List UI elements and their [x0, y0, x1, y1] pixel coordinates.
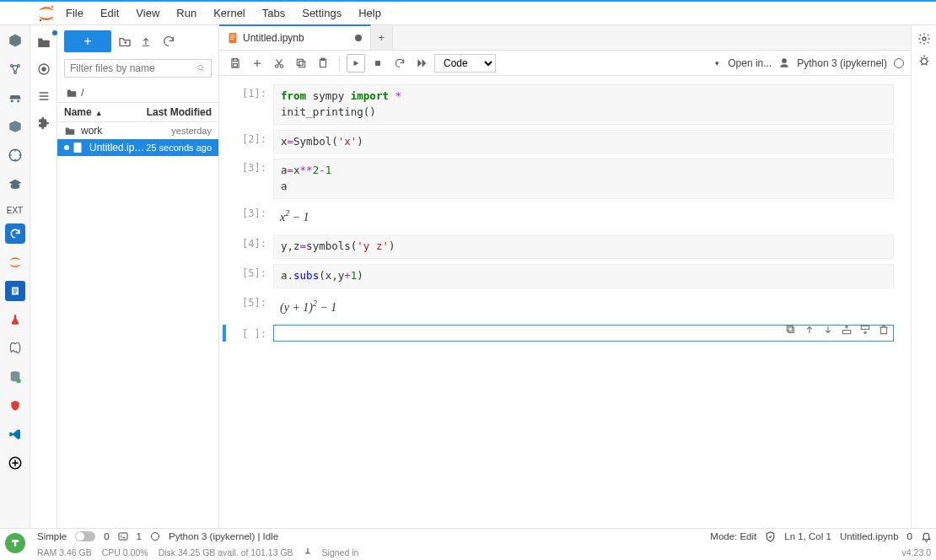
cell-input[interactable]: from sympy import * init_printing(): [273, 84, 894, 125]
cut-icon[interactable]: [270, 54, 288, 73]
filter-input[interactable]: [70, 62, 196, 74]
cell-prompt: [ ]:: [228, 325, 273, 342]
launcher-box-icon[interactable]: [5, 116, 25, 137]
paste-icon[interactable]: [314, 54, 332, 73]
launcher-cube-icon[interactable]: [5, 30, 25, 51]
running-icon[interactable]: [35, 61, 52, 78]
insert-above-icon[interactable]: [840, 323, 853, 337]
settings-icon[interactable]: [917, 32, 931, 46]
right-sidebar: [911, 25, 936, 528]
cursor-pos-label[interactable]: Ln 1, Col 1: [784, 531, 831, 541]
save-icon[interactable]: [226, 54, 245, 73]
menu-settings[interactable]: Settings: [293, 2, 350, 25]
launcher-shield-icon[interactable]: [5, 396, 25, 416]
code-cell[interactable]: [2]:x=Symbol('x'): [228, 130, 894, 154]
file-browser: + / Name▲ Last Modified workyesterdayUnt…: [57, 25, 219, 528]
code-cell[interactable]: [ ]:: [228, 325, 894, 342]
terminals-count[interactable]: 0: [104, 531, 109, 541]
cell-input[interactable]: x=Symbol('x'): [273, 130, 894, 154]
tab-dirty-icon[interactable]: [355, 35, 362, 41]
move-up-icon[interactable]: [803, 323, 816, 337]
launcher-jupyter-icon[interactable]: [5, 252, 25, 272]
launcher-compass-icon[interactable]: [5, 145, 25, 165]
add-tab-button[interactable]: +: [371, 25, 393, 50]
svg-rect-33: [788, 327, 793, 332]
menu-file[interactable]: File: [57, 2, 92, 25]
code-cell[interactable]: [5]:a.subs(x,y+1): [228, 264, 894, 288]
copy-icon[interactable]: [292, 54, 310, 73]
launcher-car-icon[interactable]: [5, 88, 25, 108]
bottom-launch-icon[interactable]: [5, 533, 25, 553]
bell-icon[interactable]: [921, 531, 931, 541]
simple-toggle[interactable]: [75, 531, 95, 541]
menu-tabs[interactable]: Tabs: [254, 2, 293, 25]
svg-point-0: [51, 6, 54, 8]
svg-rect-10: [13, 289, 17, 290]
cell-input[interactable]: y,z=symbols('y z'): [273, 234, 894, 259]
trusted-status-icon[interactable]: [765, 531, 776, 542]
launcher-vscode-icon[interactable]: [5, 424, 25, 444]
svg-rect-25: [234, 63, 238, 67]
launcher-lab-icon[interactable]: [5, 310, 25, 330]
launcher-doc-icon[interactable]: [5, 281, 25, 301]
col-name-label[interactable]: Name: [64, 106, 92, 118]
kernel-status-label[interactable]: Python 3 (ipykernel) | Idle: [169, 531, 278, 541]
toc-icon[interactable]: [35, 88, 52, 105]
code-cell[interactable]: [3]:a=x**2-1 a: [228, 159, 894, 199]
open-in-label[interactable]: Open in...: [728, 57, 772, 69]
duplicate-icon[interactable]: [784, 323, 798, 337]
kernels-count[interactable]: 1: [137, 531, 142, 541]
tab-label: Untitled.ipynb: [243, 32, 304, 44]
kernel-name-label[interactable]: Python 3 (ipykernel): [797, 57, 887, 69]
folder-icon: [66, 88, 78, 98]
move-down-icon[interactable]: [821, 323, 835, 337]
upload-icon[interactable]: [140, 35, 155, 48]
menu-run[interactable]: Run: [168, 2, 205, 25]
mode-label[interactable]: Mode: Edit: [710, 531, 756, 541]
menu-help[interactable]: Help: [350, 2, 390, 25]
cpu-label: CPU 0.00%: [102, 547, 148, 557]
file-row[interactable]: workyesterday: [57, 122, 218, 139]
insert-below-icon[interactable]: [858, 323, 872, 337]
cell-input[interactable]: a=x**2-1 a: [273, 159, 894, 199]
tab-untitled[interactable]: Untitled.ipynb: [219, 24, 371, 50]
folder-icon: [64, 126, 78, 136]
breadcrumb[interactable]: /: [57, 83, 218, 102]
caret-down-icon: ▾: [715, 59, 719, 67]
new-launcher-button[interactable]: +: [64, 30, 111, 52]
delete-icon[interactable]: [877, 323, 890, 337]
restart-icon[interactable]: [390, 54, 409, 73]
svg-point-18: [198, 65, 203, 70]
launcher-postgres-icon[interactable]: [5, 338, 25, 358]
run-all-icon[interactable]: [412, 54, 431, 73]
launcher-db-icon[interactable]: [5, 367, 25, 387]
col-modified-label[interactable]: Last Modified: [147, 106, 212, 118]
status-file-label[interactable]: Untitled.ipynb: [840, 531, 899, 541]
new-folder-icon[interactable]: [118, 35, 133, 47]
code-cell[interactable]: [4]:y,z=symbols('y z'): [228, 234, 894, 259]
launcher-education-icon[interactable]: [5, 174, 25, 194]
file-row[interactable]: Untitled.ip…25 seconds ago: [57, 139, 218, 156]
trusted-icon[interactable]: [778, 57, 790, 69]
run-icon[interactable]: [347, 54, 365, 73]
debugger-icon[interactable]: [917, 54, 931, 67]
code-cell[interactable]: [1]:from sympy import * init_printing(): [228, 84, 894, 125]
file-name: Untitled.ip…: [89, 142, 146, 153]
stop-icon[interactable]: [368, 54, 387, 73]
file-list-header: Name▲ Last Modified: [57, 102, 218, 122]
svg-point-40: [151, 533, 159, 541]
cell-input[interactable]: a.subs(x,y+1): [273, 264, 894, 288]
insert-cell-icon[interactable]: [248, 54, 266, 73]
menu-edit[interactable]: Edit: [92, 2, 127, 25]
folder-icon[interactable]: [35, 34, 52, 51]
cell-type-select[interactable]: Code: [434, 54, 496, 73]
svg-rect-24: [234, 58, 238, 61]
launcher-add-icon[interactable]: [5, 453, 25, 473]
refresh-icon[interactable]: [162, 35, 177, 48]
extensions-icon[interactable]: [35, 115, 52, 132]
launcher-refresh-icon[interactable]: [5, 223, 25, 244]
menu-kernel[interactable]: Kernel: [205, 2, 254, 25]
launcher-graph-icon[interactable]: [5, 59, 25, 79]
menu-view[interactable]: View: [127, 2, 168, 25]
file-modified: yesterday: [171, 126, 212, 136]
